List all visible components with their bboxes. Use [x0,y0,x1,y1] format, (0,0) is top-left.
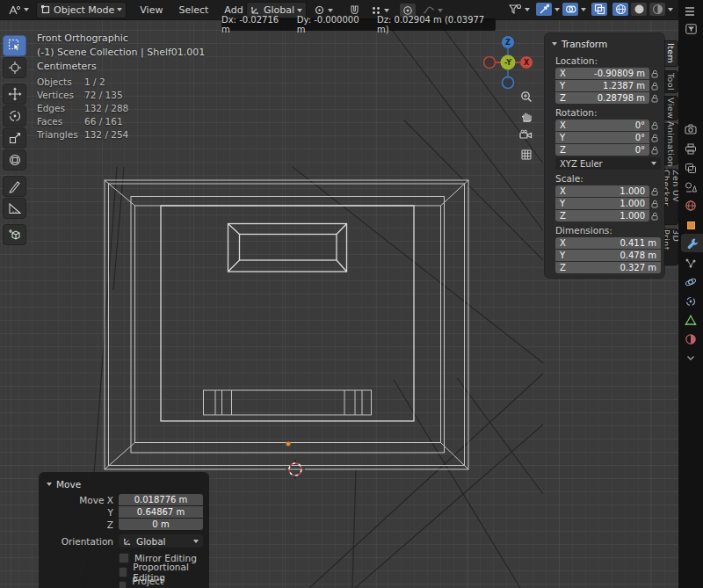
tool-select-box[interactable] [3,35,26,56]
shading-wireframe-button[interactable] [612,3,628,16]
tool-scale[interactable] [3,127,26,149]
location-y-lock[interactable] [649,82,661,91]
properties-editor-type-button[interactable] [683,4,699,19]
dimensions-x-field[interactable]: X 0.411 m [555,237,661,249]
menu-view[interactable]: View [132,4,170,16]
overlays-icon [565,4,576,15]
move-x-field[interactable]: 0.018776 m [119,494,203,505]
panel-collapse-chevron[interactable] [552,42,557,46]
location-z-field[interactable]: Z 0.28798 m [555,92,649,104]
move-x-label: Move X [40,495,119,505]
rotation-y-field[interactable]: Y 0° [555,132,649,143]
tab-tool[interactable]: Tool [664,70,678,93]
gizmos-dropdown-chevron[interactable] [554,8,560,11]
properties-tab-view-layer[interactable] [683,160,699,176]
properties-tab-world[interactable] [683,198,699,214]
xray-toggle[interactable] [591,3,607,16]
tool-transform[interactable] [3,149,26,171]
mirror-editing-checkbox[interactable] [119,553,129,563]
scale-z-field[interactable]: Z 1.000 [555,210,649,221]
move-z-field[interactable]: 0 m [119,519,203,530]
axis-label: Z [560,263,566,272]
stat-label: Objects [37,76,84,89]
properties-tab-render[interactable] [683,121,699,137]
projection-toggle-button[interactable] [518,146,534,163]
gizmo-x-label: X [524,59,530,67]
stat-value: 132 / 254 [84,128,128,142]
properties-tabs-overflow[interactable] [683,350,699,366]
dimensions-y-field[interactable]: Y 0.478 m [555,250,661,261]
move-panel-chevron[interactable] [47,483,52,486]
location-x-field[interactable]: X -0.90809 m [555,68,649,79]
mode-label: Object Mode [54,4,114,16]
rotation-z-field[interactable]: Z 0° [555,144,649,156]
move-y-field[interactable]: 0.64867 m [119,506,203,518]
move-x-row: Move X 0.018776 m [40,494,208,505]
properties-tab-object-data[interactable] [683,312,699,328]
camera-view-button[interactable] [518,127,534,143]
transform-tool-icon [8,153,22,167]
overlays-toggle[interactable] [562,3,578,16]
scale-y-field[interactable]: Y 1.000 [555,198,649,209]
proportional-editing-checkbox[interactable] [119,567,127,577]
gizmo-axis-x-negative[interactable] [484,57,496,69]
tab-zen-uv-checker[interactable]: Zen UV Checker [664,169,678,225]
tool-add-cube[interactable] [3,224,26,245]
dimensions-z-field[interactable]: Z 0.327 m [555,262,661,273]
properties-tab-constraints[interactable] [683,294,699,309]
tab-3d-print[interactable]: 3D Print [664,229,678,265]
rotation-x-lock[interactable] [649,121,661,130]
axis-value: 1.2387 m [603,81,645,91]
properties-tab-scene[interactable] [683,178,699,194]
properties-tab-output[interactable] [683,141,699,156]
properties-tab-modifiers[interactable] [681,234,703,252]
tool-measure[interactable] [3,198,26,219]
navigation-gizmo[interactable]: Z X -Y [482,33,536,93]
properties-tab-material[interactable] [683,331,699,347]
pan-button[interactable] [518,107,534,124]
tab-view[interactable]: View [664,96,678,120]
orientation-value: Global [136,536,190,547]
scale-x-field[interactable]: X 1.000 [555,185,649,197]
shading-material-button[interactable] [649,3,665,16]
rotation-z-lock[interactable] [649,146,661,155]
scale-x-lock[interactable] [649,187,661,196]
shading-solid-button[interactable] [631,3,647,16]
rotation-mode-value: XYZ Euler [560,159,603,169]
tool-move[interactable] [3,83,26,105]
tool-rotate[interactable] [3,105,26,127]
orientation-dropdown[interactable]: Global [119,534,203,548]
tab-animation[interactable]: Animation [664,123,678,165]
properties-tab-object[interactable] [683,217,699,233]
axis-label: X [560,238,566,248]
location-z-lock[interactable] [649,94,661,103]
scale-y-lock[interactable] [649,200,661,208]
rotation-x-field[interactable]: X 0° [555,120,649,131]
properties-filter-button[interactable] [683,21,699,37]
scale-z-lock[interactable] [649,212,661,221]
location-y-field[interactable]: Y 1.2387 m [555,80,649,91]
show-object-types-button[interactable] [505,2,533,17]
properties-tab-physics[interactable] [683,274,699,290]
overlays-dropdown-chevron[interactable] [581,8,586,11]
project-individual-checkbox[interactable] [119,581,127,588]
tool-cursor[interactable] [3,57,26,78]
properties-tab-particles[interactable] [683,255,699,271]
gizmo-axis-z-negative[interactable] [503,77,514,89]
viewport-controls [518,88,534,163]
3d-cursor [286,460,305,479]
tool-annotate[interactable] [3,176,26,197]
gizmos-toggle[interactable] [536,3,552,16]
shading-dropdown-chevron[interactable] [668,8,673,11]
transform-status-bar: Dx: -0.02716 m Dy: -0.000000 m Dz: 0.029… [221,18,496,31]
location-x-lock[interactable] [649,69,661,78]
editor-type-button[interactable] [4,3,33,18]
stat-row-faces: Faces 66 / 161 [37,115,128,128]
rotation-mode-dropdown[interactable]: XYZ Euler [555,157,661,170]
menu-select[interactable]: Select [170,4,216,16]
zoom-button[interactable] [518,88,534,105]
mode-selector[interactable]: Object Mode [36,2,127,18]
tab-item[interactable]: Item [664,40,678,67]
rotation-y-lock[interactable] [649,134,661,142]
grid-icon [520,149,533,161]
